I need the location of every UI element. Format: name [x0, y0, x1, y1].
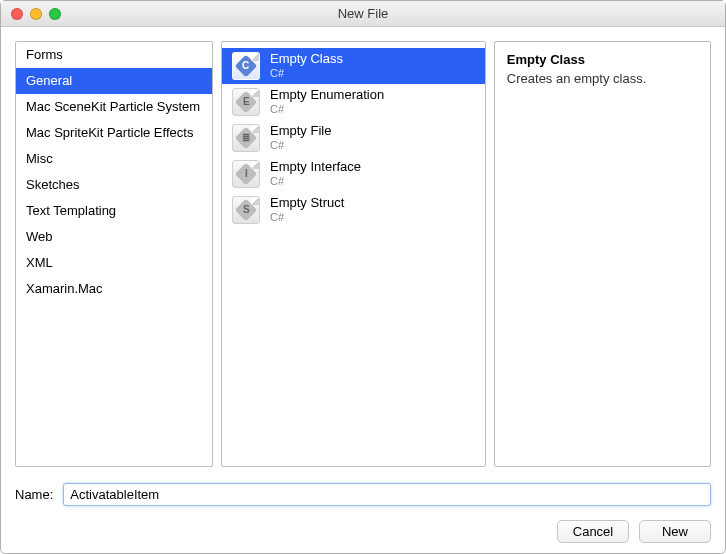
category-item[interactable]: Mac SpriteKit Particle Effects — [16, 120, 212, 146]
description-title: Empty Class — [507, 52, 698, 67]
template-language: C# — [270, 175, 361, 188]
template-name: Empty Interface — [270, 160, 361, 175]
minimize-icon[interactable] — [30, 8, 42, 20]
category-item[interactable]: Mac SceneKit Particle System — [16, 94, 212, 120]
window-title: New File — [1, 6, 725, 21]
template-name: Empty File — [270, 124, 331, 139]
template-name: Empty Enumeration — [270, 88, 384, 103]
category-item[interactable]: Xamarin.Mac — [16, 276, 212, 302]
category-item[interactable]: Misc — [16, 146, 212, 172]
name-row: Name: — [15, 483, 711, 506]
file-icon: ≣ — [232, 124, 260, 152]
panes: FormsGeneralMac SceneKit Particle System… — [15, 41, 711, 467]
new-file-dialog: New File FormsGeneralMac SceneKit Partic… — [0, 0, 726, 554]
file-icon: I — [232, 160, 260, 188]
template-language: C# — [270, 139, 331, 152]
template-glyph-icon: S — [235, 199, 258, 222]
category-item[interactable]: Forms — [16, 42, 212, 68]
template-glyph-icon: ≣ — [235, 127, 258, 150]
template-name: Empty Class — [270, 52, 343, 67]
template-item[interactable]: ≣Empty FileC# — [222, 120, 485, 156]
file-icon: C — [232, 52, 260, 80]
template-list[interactable]: CEmpty ClassC#EEmpty EnumerationC#≣Empty… — [221, 41, 486, 467]
file-icon: E — [232, 88, 260, 116]
window-controls — [1, 8, 61, 20]
template-item[interactable]: SEmpty StructC# — [222, 192, 485, 228]
category-item[interactable]: General — [16, 68, 212, 94]
dialog-buttons: Cancel New — [15, 520, 711, 543]
name-label: Name: — [15, 487, 53, 502]
titlebar: New File — [1, 1, 725, 27]
name-input[interactable] — [63, 483, 711, 506]
category-item[interactable]: Sketches — [16, 172, 212, 198]
template-item[interactable]: IEmpty InterfaceC# — [222, 156, 485, 192]
cancel-button[interactable]: Cancel — [557, 520, 629, 543]
description-body: Creates an empty class. — [507, 71, 698, 86]
template-glyph-icon: I — [235, 163, 258, 186]
description-pane: Empty Class Creates an empty class. — [494, 41, 711, 467]
template-language: C# — [270, 67, 343, 80]
close-icon[interactable] — [11, 8, 23, 20]
template-language: C# — [270, 103, 384, 116]
dialog-content: FormsGeneralMac SceneKit Particle System… — [1, 27, 725, 553]
category-item[interactable]: Web — [16, 224, 212, 250]
template-language: C# — [270, 211, 344, 224]
category-item[interactable]: XML — [16, 250, 212, 276]
template-item[interactable]: EEmpty EnumerationC# — [222, 84, 485, 120]
file-icon: S — [232, 196, 260, 224]
template-name: Empty Struct — [270, 196, 344, 211]
new-button[interactable]: New — [639, 520, 711, 543]
template-glyph-icon: C — [235, 55, 258, 78]
template-glyph-icon: E — [235, 91, 258, 114]
template-item[interactable]: CEmpty ClassC# — [222, 48, 485, 84]
category-item[interactable]: Text Templating — [16, 198, 212, 224]
zoom-icon[interactable] — [49, 8, 61, 20]
category-list[interactable]: FormsGeneralMac SceneKit Particle System… — [15, 41, 213, 467]
